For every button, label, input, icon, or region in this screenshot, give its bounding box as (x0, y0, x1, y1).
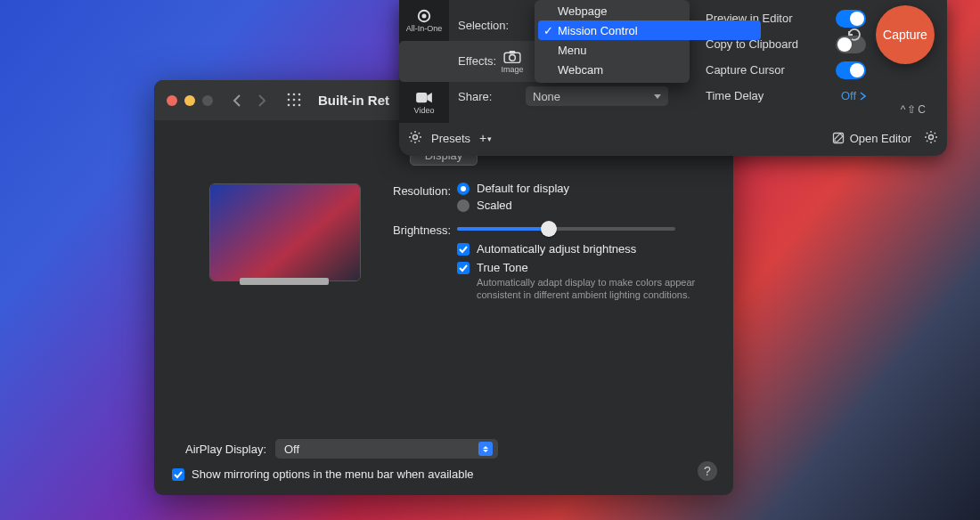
add-preset-button[interactable]: +▾ (479, 131, 491, 145)
undo-icon[interactable] (845, 26, 863, 44)
mode-label: All-In-One (406, 24, 443, 33)
show-all-prefs-button[interactable] (286, 92, 304, 110)
svg-line-21 (419, 140, 420, 141)
capture-button-label: Capture (883, 28, 927, 42)
time-delay-button[interactable]: Off (841, 89, 866, 102)
airplay-label: AirPlay Display: (168, 443, 266, 456)
capture-button[interactable]: Capture (876, 5, 935, 64)
svg-line-33 (935, 133, 935, 134)
video-icon (415, 91, 433, 105)
nav-forward-button[interactable] (252, 91, 272, 110)
time-delay-label: Time Delay (706, 89, 764, 102)
svg-point-7 (293, 103, 296, 106)
svg-point-6 (288, 103, 290, 106)
svg-point-3 (288, 98, 290, 101)
display-thumbnail (209, 183, 361, 281)
checkmark-icon (172, 468, 184, 481)
radio-icon (457, 199, 470, 212)
dropdown-item-label: Mission Control (558, 24, 638, 37)
mode-all-in-one[interactable]: All-In-One (399, 0, 449, 41)
svg-line-32 (927, 140, 927, 141)
svg-point-15 (413, 134, 418, 139)
close-window-button[interactable] (167, 95, 177, 106)
mode-video[interactable]: Video (399, 82, 449, 123)
effects-label: Effects: (458, 54, 526, 68)
svg-point-1 (293, 93, 296, 95)
display-thumbnail-stand (240, 278, 329, 285)
dropdown-item-menu[interactable]: Menu (538, 40, 686, 60)
selection-label: Selection: (458, 19, 526, 32)
resolution-default-radio[interactable]: Default for display (457, 182, 708, 195)
svg-rect-14 (416, 93, 427, 102)
true-tone-description: Automatically adapt display to make colo… (477, 276, 708, 302)
svg-line-23 (419, 133, 420, 134)
selection-dropdown[interactable]: Webpage✓Mission ControlMenuWebcam (535, 0, 690, 83)
checkbox-label: Show mirroring options in the menu bar w… (192, 467, 474, 481)
dropdown-item-label: Menu (558, 44, 587, 57)
open-editor-button[interactable]: Open Editor (832, 132, 911, 145)
radio-label: Default for display (477, 182, 569, 195)
radio-icon (457, 183, 470, 195)
minimize-window-button[interactable] (184, 95, 195, 106)
checkbox-label: True Tone (477, 261, 528, 274)
true-tone-checkbox[interactable]: True Tone (457, 261, 708, 274)
presets-button[interactable]: Presets (431, 132, 470, 145)
gear-icon[interactable] (408, 130, 422, 147)
brightness-slider[interactable] (457, 221, 675, 237)
brightness-label: Brightness: (393, 221, 457, 240)
svg-line-20 (411, 133, 412, 134)
settings-gear-icon[interactable] (924, 130, 938, 147)
auto-brightness-checkbox[interactable]: Automatically adjust brightness (457, 242, 708, 256)
svg-point-2 (298, 93, 301, 95)
svg-point-5 (298, 98, 301, 101)
radio-label: Scaled (477, 199, 512, 212)
capture-mode-tabs: All-In-One Image Video (399, 0, 449, 123)
select-value: None (533, 90, 560, 103)
dropdown-item-label: Webpage (558, 4, 607, 18)
checkmark-icon (457, 243, 470, 256)
select-value: Off (284, 443, 299, 456)
zoom-window-button[interactable] (202, 95, 213, 106)
svg-line-22 (411, 140, 412, 141)
resolution-label: Resolution: (393, 182, 457, 201)
nav-back-button[interactable] (227, 91, 247, 110)
svg-line-30 (927, 133, 927, 134)
checkbox-label: Automatically adjust brightness (477, 242, 636, 256)
help-button[interactable]: ? (698, 461, 717, 481)
share-select[interactable]: None (526, 86, 668, 106)
time-delay-value: Off (841, 89, 856, 102)
chevron-down-icon (654, 94, 661, 99)
dropdown-item-webpage[interactable]: Webpage (538, 1, 686, 20)
share-label: Share: (458, 90, 526, 103)
checkmark-icon: ✓ (543, 24, 553, 37)
stepper-icon (478, 442, 493, 456)
window-traffic-lights (167, 95, 213, 106)
svg-point-0 (288, 93, 290, 95)
svg-point-8 (298, 103, 301, 106)
capture-shortcut: ^⇧C (901, 103, 927, 116)
chevron-right-icon (860, 92, 866, 101)
svg-line-31 (935, 140, 935, 141)
dropdown-item-label: Webcam (558, 63, 603, 77)
target-icon (415, 9, 433, 23)
svg-point-4 (293, 98, 296, 101)
open-editor-icon (832, 132, 845, 144)
svg-point-10 (422, 13, 427, 18)
svg-point-25 (929, 134, 934, 139)
window-title: Built-in Ret (318, 93, 389, 108)
mode-label: Video (414, 106, 435, 115)
airplay-display-select[interactable]: Off (275, 439, 498, 459)
checkmark-icon (457, 262, 470, 274)
dropdown-item-webcam[interactable]: Webcam (538, 60, 686, 79)
capture-cursor-label: Capture Cursor (706, 63, 785, 77)
resolution-scaled-radio[interactable]: Scaled (457, 199, 708, 212)
show-mirroring-checkbox[interactable]: Show mirroring options in the menu bar w… (172, 467, 715, 481)
dropdown-item-mission-control[interactable]: ✓Mission Control (538, 20, 761, 40)
